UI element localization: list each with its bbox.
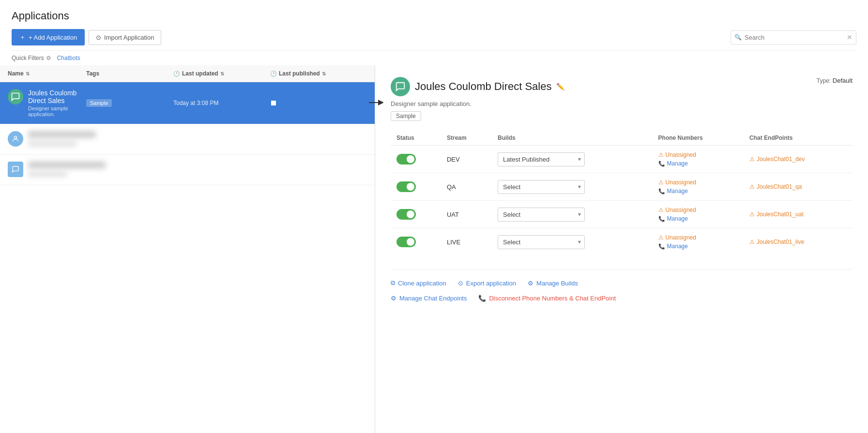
- import-application-button[interactable]: ⊙ Import Application: [89, 30, 161, 45]
- phone-icon: 📞: [658, 161, 665, 167]
- detail-description: Designer sample application.: [391, 100, 853, 107]
- search-bar: 🔍 ✕: [731, 30, 856, 45]
- import-icon: ⊙: [96, 34, 101, 41]
- quick-filters-bar: Quick Filters ⚙ Chatbots: [12, 50, 856, 65]
- col-header-tags[interactable]: Tags: [86, 70, 173, 77]
- builds-select-qa[interactable]: Select: [498, 180, 585, 194]
- detail-app-icon: [391, 77, 410, 96]
- app-row[interactable]: Joules Coulomb Direct Sales Designer sam…: [0, 82, 375, 124]
- manage-builds-link[interactable]: ⚙ Manage Builds: [528, 279, 578, 287]
- phone-unassigned-uat: ⚠ Unassigned: [658, 207, 738, 213]
- phone-manage-uat[interactable]: 📞 Manage: [658, 215, 738, 222]
- col-chat: Chat EndPoints: [744, 131, 853, 146]
- clone-icon: ⧉: [391, 279, 395, 287]
- app-row[interactable]: [0, 155, 375, 185]
- warning-icon: ⚠: [658, 179, 664, 186]
- env-row-uat: UAT Select ⚠ Unassigned 📞 Manage ⚠ Joule…: [391, 201, 853, 228]
- export-application-link[interactable]: ⊙ Export application: [458, 279, 516, 287]
- published-sort-icon: ⇅: [322, 71, 326, 76]
- chat-endpoint-uat: ⚠ JoulesChat01_uat: [749, 211, 847, 218]
- gear-icon[interactable]: ⚙: [46, 55, 51, 61]
- env-row-dev: DEV Latest Published ⚠ Unassigned 📞 Mana…: [391, 146, 853, 173]
- app-name-blurred: [28, 162, 106, 168]
- edit-title-icon[interactable]: ✏️: [556, 83, 564, 90]
- app-list-header: Name ⇅ Tags 🕐 Last updated ⇅ 🕐 Last publ…: [0, 65, 375, 82]
- export-icon: ⊙: [458, 280, 463, 287]
- warning-icon-chat: ⚠: [749, 156, 755, 163]
- warning-icon: ⚠: [658, 151, 664, 158]
- detail-actions-row1: ⧉ Clone application ⊙ Export application…: [391, 269, 853, 287]
- app-icon: [8, 162, 23, 177]
- detail-tag-badge: Sample: [391, 111, 421, 121]
- plus-icon: ＋: [19, 33, 26, 42]
- builds-select-uat[interactable]: Select: [498, 208, 585, 222]
- search-clear-button[interactable]: ✕: [847, 33, 853, 41]
- app-tags: Sample: [86, 99, 173, 107]
- warning-icon-chat: ⚠: [749, 183, 755, 190]
- toggle-live[interactable]: [396, 237, 416, 247]
- add-application-button[interactable]: ＋ + Add Application: [12, 29, 85, 45]
- clock-icon: 🕐: [173, 71, 180, 77]
- col-stream: Stream: [441, 131, 492, 146]
- svg-point-0: [14, 136, 16, 139]
- builds-select-wrap-uat: Select: [498, 208, 585, 222]
- app-icon: [8, 131, 23, 147]
- app-icon: [8, 89, 23, 105]
- app-info: [8, 131, 96, 148]
- app-info: [8, 162, 106, 178]
- toggle-qa[interactable]: [396, 181, 416, 192]
- chat-endpoint-dev: ⚠ JoulesChat01_dev: [749, 156, 847, 163]
- builds-select-live[interactable]: Select: [498, 235, 585, 249]
- warning-icon-chat: ⚠: [749, 211, 755, 218]
- environments-table: Status Stream Builds Phone Numbers Chat …: [391, 131, 853, 255]
- search-input[interactable]: [731, 30, 856, 45]
- phone-icon: 📞: [658, 243, 665, 250]
- name-sort-icon: ⇅: [26, 71, 30, 76]
- stream-label-live: LIVE: [447, 239, 460, 246]
- search-icon: 🔍: [734, 34, 742, 41]
- disconnect-phone-link[interactable]: 📞 Disconnect Phone Numbers & Chat EndPoi…: [478, 295, 616, 302]
- manage-chat-endpoints-link[interactable]: ⚙ Manage Chat Endpoints: [391, 295, 467, 302]
- builds-select-wrap-live: Select: [498, 235, 585, 249]
- app-info: Joules Coulomb Direct Sales Designer sam…: [8, 89, 86, 117]
- phone-icon: 📞: [478, 295, 486, 302]
- col-header-last-published[interactable]: 🕐 Last published ⇅: [270, 70, 367, 77]
- phone-manage-live[interactable]: 📞 Manage: [658, 243, 738, 250]
- phone-icon: 📞: [658, 216, 665, 222]
- builds-select-wrap-dev: Latest Published: [498, 152, 585, 166]
- phone-unassigned-live: ⚠ Unassigned: [658, 234, 738, 241]
- quick-filters-label: Quick Filters ⚙: [12, 55, 51, 61]
- detail-title: Joules Coulomb Direct Sales: [415, 80, 551, 93]
- app-last-updated: Today at 3:08 PM: [173, 100, 270, 106]
- toggle-uat[interactable]: [396, 209, 416, 220]
- col-header-last-updated[interactable]: 🕐 Last updated ⇅: [173, 70, 270, 77]
- type-info: Type: Default: [817, 77, 853, 84]
- app-desc: Designer sample application.: [28, 105, 86, 117]
- col-status: Status: [391, 131, 441, 146]
- gear-icon: ⚙: [528, 280, 533, 287]
- col-header-name[interactable]: Name ⇅: [8, 70, 86, 77]
- clone-application-link[interactable]: ⧉ Clone application: [391, 279, 446, 287]
- updated-sort-icon: ⇅: [220, 71, 224, 76]
- warning-icon-chat: ⚠: [749, 239, 755, 245]
- chatbots-filter-link[interactable]: Chatbots: [57, 55, 80, 61]
- page-title: Applications: [12, 10, 856, 22]
- chat-endpoint-qa: ⚠ JoulesChat01_qa: [749, 183, 847, 190]
- clock-icon-pub: 🕐: [270, 71, 277, 77]
- app-name-blurred: [28, 131, 96, 138]
- gear-icon-chat: ⚙: [391, 295, 396, 302]
- phone-manage-dev[interactable]: 📞 Manage: [658, 160, 738, 167]
- tag-badge: Sample: [86, 99, 112, 107]
- detail-header: Joules Coulomb Direct Sales ✏️ Type: Def…: [391, 77, 853, 96]
- phone-manage-qa[interactable]: 📞 Manage: [658, 188, 738, 194]
- detail-title-row: Joules Coulomb Direct Sales ✏️: [391, 77, 564, 96]
- app-list-panel: Name ⇅ Tags 🕐 Last updated ⇅ 🕐 Last publ…: [0, 65, 375, 433]
- toggle-dev[interactable]: [396, 154, 416, 164]
- env-row-live: LIVE Select ⚠ Unassigned 📞 Manage ⚠ Joul…: [391, 228, 853, 256]
- builds-select-wrap-qa: Select: [498, 180, 585, 194]
- builds-select-dev[interactable]: Latest Published: [498, 152, 585, 166]
- app-name: Joules Coulomb Direct Sales: [28, 89, 86, 105]
- app-row[interactable]: [0, 124, 375, 155]
- warning-icon: ⚠: [658, 207, 664, 213]
- phone-icon: 📞: [658, 188, 665, 194]
